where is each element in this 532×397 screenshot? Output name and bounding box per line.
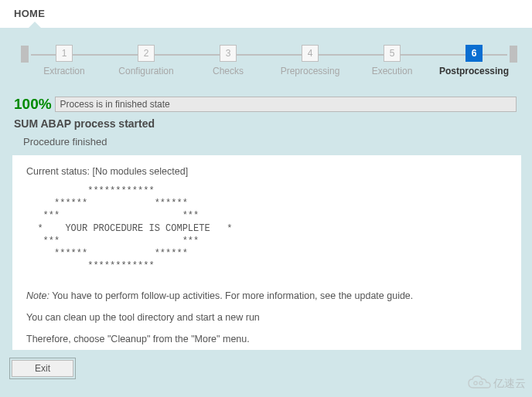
step-label: Checks: [187, 66, 269, 76]
note-label: Note:: [26, 290, 49, 301]
progress-state-text: Process is in finished state: [55, 97, 517, 112]
step-checks[interactable]: 3 Checks: [187, 45, 269, 76]
step-configuration[interactable]: 2 Configuration: [105, 45, 187, 76]
step-execution[interactable]: 5 Execution: [351, 45, 433, 76]
step-number: 4: [302, 45, 319, 62]
step-label: Preprocessing: [269, 66, 351, 76]
status-value: [No modules selected]: [92, 166, 188, 177]
status-label: Current status:: [26, 166, 90, 177]
step-label: Execution: [351, 66, 433, 76]
cloud-icon: [467, 375, 492, 392]
procedure-heading: Procedure finished: [23, 136, 517, 148]
exit-button-frame: Exit: [9, 358, 76, 379]
stepper: 1 Extraction 2 Configuration 3 Checks 4 …: [23, 45, 515, 87]
step-preprocessing[interactable]: 4 Preprocessing: [269, 45, 351, 76]
main-panel: 1 Extraction 2 Configuration 3 Checks 4 …: [0, 28, 532, 397]
note-text: You have to perform follow-up activities…: [52, 290, 413, 301]
watermark-text: 亿速云: [493, 377, 526, 391]
step-number: 6: [466, 45, 483, 62]
svg-point-0: [474, 382, 477, 385]
subheading: SUM ABAP process started: [14, 117, 517, 130]
watermark: 亿速云: [467, 375, 526, 392]
note-line: Note: You have to perform follow-up acti…: [26, 290, 509, 301]
svg-point-1: [479, 382, 483, 385]
step-number: 2: [138, 45, 155, 62]
step-number: 1: [56, 45, 73, 62]
step-label: Configuration: [105, 66, 187, 76]
progress-percent: 100%: [14, 96, 52, 113]
step-number: 3: [220, 45, 237, 62]
step-label: Postprocessing: [433, 66, 515, 76]
therefore-line: Therefore, choose "Cleanup" from the "Mo…: [26, 334, 509, 344]
step-label: Extraction: [23, 66, 105, 76]
current-status: Current status: [No modules selected]: [26, 166, 509, 177]
cleanup-line: You can clean up the tool directory and …: [26, 312, 509, 323]
step-number: 5: [384, 45, 401, 62]
exit-button[interactable]: Exit: [12, 360, 73, 377]
step-postprocessing[interactable]: 6 Postprocessing: [433, 45, 515, 76]
content-box: Current status: [No modules selected] **…: [12, 155, 521, 350]
ascii-art: ************ ****** ****** *** *** * YOU…: [26, 185, 509, 272]
progress-row: 100% Process is in finished state: [14, 96, 517, 113]
home-tab[interactable]: HOME: [5, 3, 54, 24]
step-extraction[interactable]: 1 Extraction: [23, 45, 105, 76]
